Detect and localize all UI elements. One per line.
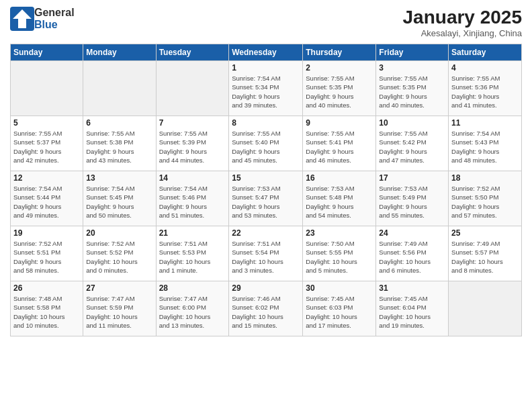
col-friday: Friday bbox=[376, 44, 449, 61]
calendar-cell: 12Sunrise: 7:54 AMSunset: 5:44 PMDayligh… bbox=[11, 171, 83, 226]
calendar-cell: 13Sunrise: 7:54 AMSunset: 5:45 PMDayligh… bbox=[83, 171, 156, 226]
day-info: Sunrise: 7:45 AMSunset: 6:04 PMDaylight:… bbox=[379, 294, 445, 330]
day-number: 28 bbox=[159, 283, 226, 293]
day-info: Sunrise: 7:55 AMSunset: 5:36 PMDaylight:… bbox=[451, 74, 519, 109]
day-number: 2 bbox=[306, 63, 373, 73]
calendar-week-4: 19Sunrise: 7:52 AMSunset: 5:51 PMDayligh… bbox=[11, 226, 522, 281]
calendar-cell: 1Sunrise: 7:54 AMSunset: 5:34 PMDaylight… bbox=[229, 61, 303, 116]
main-container: General Blue January 2025 Akesalayi, Xin… bbox=[0, 0, 532, 343]
day-info: Sunrise: 7:55 AMSunset: 5:38 PMDaylight:… bbox=[86, 129, 152, 165]
day-number: 25 bbox=[451, 228, 519, 238]
calendar-table: Sunday Monday Tuesday Wednesday Thursday… bbox=[10, 44, 522, 336]
day-number: 18 bbox=[451, 173, 519, 183]
day-number: 19 bbox=[13, 228, 80, 238]
calendar-cell: 31Sunrise: 7:45 AMSunset: 6:04 PMDayligh… bbox=[376, 281, 449, 336]
day-number: 27 bbox=[86, 283, 152, 293]
col-tuesday: Tuesday bbox=[156, 44, 229, 61]
calendar-cell bbox=[156, 61, 229, 116]
day-number: 23 bbox=[306, 228, 373, 238]
calendar-body: 1Sunrise: 7:54 AMSunset: 5:34 PMDaylight… bbox=[11, 61, 522, 336]
day-info: Sunrise: 7:55 AMSunset: 5:35 PMDaylight:… bbox=[379, 74, 445, 109]
day-info: Sunrise: 7:54 AMSunset: 5:44 PMDaylight:… bbox=[13, 184, 80, 220]
logo-general: General bbox=[34, 7, 75, 19]
calendar-header: Sunday Monday Tuesday Wednesday Thursday… bbox=[11, 44, 522, 61]
day-info: Sunrise: 7:47 AMSunset: 6:00 PMDaylight:… bbox=[159, 294, 226, 330]
header: General Blue January 2025 Akesalayi, Xin… bbox=[10, 7, 522, 38]
calendar-cell: 19Sunrise: 7:52 AMSunset: 5:51 PMDayligh… bbox=[11, 226, 83, 281]
day-info: Sunrise: 7:52 AMSunset: 5:51 PMDaylight:… bbox=[13, 239, 80, 275]
calendar-cell: 23Sunrise: 7:50 AMSunset: 5:55 PMDayligh… bbox=[303, 226, 376, 281]
col-sunday: Sunday bbox=[11, 44, 83, 61]
col-wednesday: Wednesday bbox=[229, 44, 303, 61]
calendar-cell: 17Sunrise: 7:53 AMSunset: 5:49 PMDayligh… bbox=[376, 171, 449, 226]
calendar-cell bbox=[11, 61, 83, 116]
calendar-cell: 7Sunrise: 7:55 AMSunset: 5:39 PMDaylight… bbox=[156, 116, 229, 171]
calendar-cell: 22Sunrise: 7:51 AMSunset: 5:54 PMDayligh… bbox=[229, 226, 303, 281]
calendar-cell: 2Sunrise: 7:55 AMSunset: 5:35 PMDaylight… bbox=[303, 61, 376, 116]
calendar-cell: 14Sunrise: 7:54 AMSunset: 5:46 PMDayligh… bbox=[156, 171, 229, 226]
calendar-cell: 30Sunrise: 7:45 AMSunset: 6:03 PMDayligh… bbox=[303, 281, 376, 336]
day-info: Sunrise: 7:47 AMSunset: 5:59 PMDaylight:… bbox=[86, 294, 152, 330]
day-info: Sunrise: 7:52 AMSunset: 5:50 PMDaylight:… bbox=[451, 184, 519, 220]
logo-text: General Blue bbox=[34, 7, 75, 30]
calendar-cell: 27Sunrise: 7:47 AMSunset: 5:59 PMDayligh… bbox=[83, 281, 156, 336]
day-info: Sunrise: 7:53 AMSunset: 5:48 PMDaylight:… bbox=[306, 184, 373, 220]
day-number: 24 bbox=[379, 228, 445, 238]
day-number: 1 bbox=[232, 63, 300, 73]
calendar-cell: 24Sunrise: 7:49 AMSunset: 5:56 PMDayligh… bbox=[376, 226, 449, 281]
calendar-cell: 3Sunrise: 7:55 AMSunset: 5:35 PMDaylight… bbox=[376, 61, 449, 116]
day-number: 30 bbox=[306, 283, 373, 293]
calendar-cell: 15Sunrise: 7:53 AMSunset: 5:47 PMDayligh… bbox=[229, 171, 303, 226]
day-info: Sunrise: 7:54 AMSunset: 5:34 PMDaylight:… bbox=[232, 74, 300, 109]
day-info: Sunrise: 7:54 AMSunset: 5:43 PMDaylight:… bbox=[451, 129, 519, 165]
day-info: Sunrise: 7:45 AMSunset: 6:03 PMDaylight:… bbox=[306, 294, 373, 330]
day-number: 4 bbox=[451, 63, 519, 73]
col-monday: Monday bbox=[83, 44, 156, 61]
day-info: Sunrise: 7:46 AMSunset: 6:02 PMDaylight:… bbox=[232, 294, 300, 330]
day-number: 9 bbox=[306, 118, 373, 128]
calendar-cell: 21Sunrise: 7:51 AMSunset: 5:53 PMDayligh… bbox=[156, 226, 229, 281]
day-info: Sunrise: 7:50 AMSunset: 5:55 PMDaylight:… bbox=[306, 239, 373, 275]
day-number: 17 bbox=[379, 173, 445, 183]
calendar-cell: 6Sunrise: 7:55 AMSunset: 5:38 PMDaylight… bbox=[83, 116, 156, 171]
day-number: 10 bbox=[379, 118, 445, 128]
title-section: January 2025 Akesalayi, Xinjiang, China bbox=[403, 7, 522, 38]
calendar-week-1: 1Sunrise: 7:54 AMSunset: 5:34 PMDaylight… bbox=[11, 61, 522, 116]
calendar-cell: 28Sunrise: 7:47 AMSunset: 6:00 PMDayligh… bbox=[156, 281, 229, 336]
calendar-cell: 5Sunrise: 7:55 AMSunset: 5:37 PMDaylight… bbox=[11, 116, 83, 171]
calendar-cell: 26Sunrise: 7:48 AMSunset: 5:58 PMDayligh… bbox=[11, 281, 83, 336]
day-info: Sunrise: 7:53 AMSunset: 5:47 PMDaylight:… bbox=[232, 184, 300, 220]
logo: General Blue bbox=[10, 7, 75, 31]
header-row: Sunday Monday Tuesday Wednesday Thursday… bbox=[11, 44, 522, 61]
day-number: 29 bbox=[232, 283, 300, 293]
day-info: Sunrise: 7:49 AMSunset: 5:57 PMDaylight:… bbox=[451, 239, 519, 275]
calendar-cell: 16Sunrise: 7:53 AMSunset: 5:48 PMDayligh… bbox=[303, 171, 376, 226]
day-info: Sunrise: 7:54 AMSunset: 5:45 PMDaylight:… bbox=[86, 184, 152, 220]
calendar-cell: 18Sunrise: 7:52 AMSunset: 5:50 PMDayligh… bbox=[449, 171, 522, 226]
col-saturday: Saturday bbox=[449, 44, 522, 61]
day-number: 16 bbox=[306, 173, 373, 183]
calendar-cell bbox=[449, 281, 522, 336]
day-number: 8 bbox=[232, 118, 300, 128]
day-number: 3 bbox=[379, 63, 445, 73]
logo-icon bbox=[10, 7, 34, 31]
calendar-cell: 8Sunrise: 7:55 AMSunset: 5:40 PMDaylight… bbox=[229, 116, 303, 171]
calendar-cell: 29Sunrise: 7:46 AMSunset: 6:02 PMDayligh… bbox=[229, 281, 303, 336]
logo-blue: Blue bbox=[34, 19, 75, 31]
day-number: 14 bbox=[159, 173, 226, 183]
calendar-cell: 11Sunrise: 7:54 AMSunset: 5:43 PMDayligh… bbox=[449, 116, 522, 171]
day-info: Sunrise: 7:55 AMSunset: 5:42 PMDaylight:… bbox=[379, 129, 445, 165]
day-number: 13 bbox=[86, 173, 152, 183]
day-number: 5 bbox=[13, 118, 80, 128]
day-info: Sunrise: 7:48 AMSunset: 5:58 PMDaylight:… bbox=[13, 294, 80, 330]
day-info: Sunrise: 7:49 AMSunset: 5:56 PMDaylight:… bbox=[379, 239, 445, 275]
day-info: Sunrise: 7:51 AMSunset: 5:54 PMDaylight:… bbox=[232, 239, 300, 275]
day-info: Sunrise: 7:55 AMSunset: 5:40 PMDaylight:… bbox=[232, 129, 300, 165]
day-number: 20 bbox=[86, 228, 152, 238]
calendar-cell: 4Sunrise: 7:55 AMSunset: 5:36 PMDaylight… bbox=[449, 61, 522, 116]
day-number: 21 bbox=[159, 228, 226, 238]
day-info: Sunrise: 7:55 AMSunset: 5:35 PMDaylight:… bbox=[306, 74, 373, 109]
day-number: 7 bbox=[159, 118, 226, 128]
calendar-cell: 9Sunrise: 7:55 AMSunset: 5:41 PMDaylight… bbox=[303, 116, 376, 171]
day-info: Sunrise: 7:52 AMSunset: 5:52 PMDaylight:… bbox=[86, 239, 152, 275]
